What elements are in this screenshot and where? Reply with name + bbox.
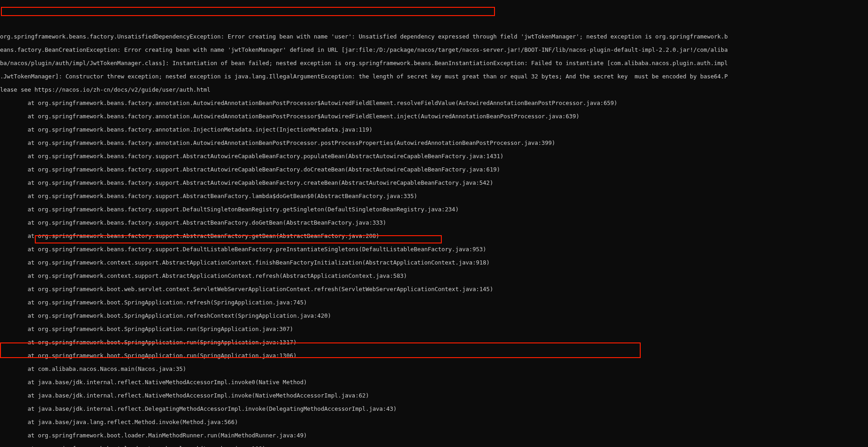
log-line: at java.base/jdk.internal.reflect.Delega… [0, 406, 868, 413]
log-line: at org.springframework.beans.factory.ann… [0, 113, 868, 120]
log-line: at org.springframework.boot.loader.Launc… [0, 446, 868, 447]
log-line: at org.springframework.beans.factory.sup… [0, 246, 868, 253]
log-line: at org.springframework.beans.factory.sup… [0, 153, 868, 160]
log-line: at org.springframework.beans.factory.sup… [0, 206, 868, 213]
log-line: at org.springframework.beans.factory.sup… [0, 233, 868, 240]
log-line: lease see https://nacos.io/zh-cn/docs/v2… [0, 87, 868, 94]
highlight-box-annotation [1, 7, 495, 16]
log-line: at org.springframework.boot.SpringApplic… [0, 313, 868, 320]
log-line: eans.factory.BeanCreationException: Erro… [0, 47, 868, 54]
log-line: at org.springframework.beans.factory.ann… [0, 140, 868, 147]
log-line: at org.springframework.beans.factory.ann… [0, 127, 868, 133]
log-line: at org.springframework.context.support.A… [0, 259, 868, 266]
log-line: at org.springframework.boot.loader.MainM… [0, 432, 868, 439]
log-line: at org.springframework.beans.factory.sup… [0, 180, 868, 187]
log-line: at java.base/java.lang.reflect.Method.in… [0, 419, 868, 426]
log-line: org.springframework.beans.factory.Unsati… [0, 33, 868, 40]
log-line: at com.alibaba.nacos.Nacos.main(Nacos.ja… [0, 366, 868, 373]
log-line: at org.springframework.beans.factory.sup… [0, 166, 868, 173]
log-line: at org.springframework.beans.factory.sup… [0, 193, 868, 200]
log-line: at org.springframework.boot.SpringApplic… [0, 299, 868, 306]
stack-trace-output: org.springframework.beans.factory.Unsati… [0, 33, 868, 447]
log-line: at org.springframework.boot.SpringApplic… [0, 326, 868, 333]
log-line: ba/nacos/plugin/auth/impl/JwtTokenManage… [0, 60, 868, 67]
log-line: at java.base/jdk.internal.reflect.Native… [0, 379, 868, 386]
log-line: at org.springframework.context.support.A… [0, 273, 868, 280]
log-line: at org.springframework.boot.SpringApplic… [0, 353, 868, 359]
log-line: at java.base/jdk.internal.reflect.Native… [0, 392, 868, 399]
log-line: .JwtTokenManager]: Constructor threw exc… [0, 73, 868, 80]
log-line: at org.springframework.beans.factory.sup… [0, 220, 868, 226]
log-line: at org.springframework.boot.SpringApplic… [0, 339, 868, 346]
log-line: at org.springframework.beans.factory.ann… [0, 100, 868, 107]
log-line: at org.springframework.boot.web.servlet.… [0, 286, 868, 293]
